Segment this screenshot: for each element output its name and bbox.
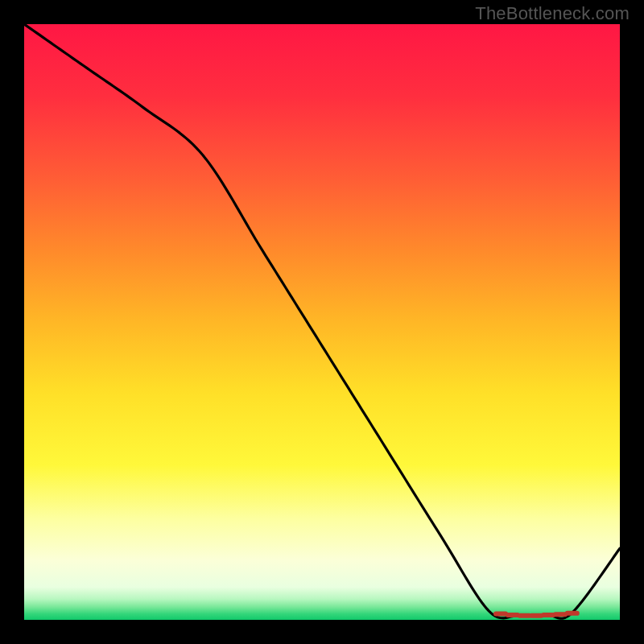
optimal-markers (496, 613, 577, 616)
chart-svg (24, 24, 620, 620)
gradient-background (24, 24, 620, 620)
chart-container: TheBottleneck.com (0, 0, 644, 644)
watermark-text: TheBottleneck.com (475, 3, 630, 24)
chart-plot (24, 24, 620, 620)
